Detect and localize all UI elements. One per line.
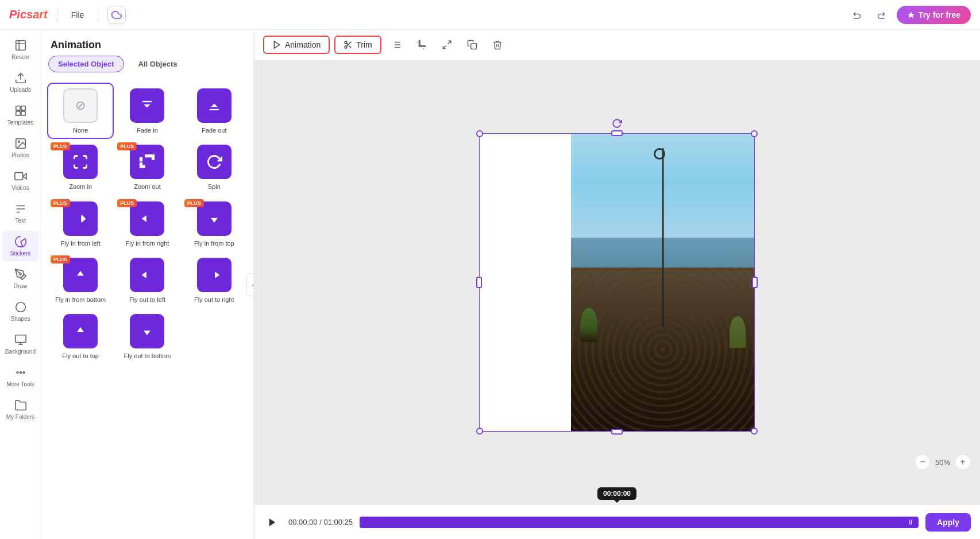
anim-zoom-in-label: Zoom in <box>69 183 92 191</box>
anim-fly-out-left[interactable]: Fly out to left <box>115 253 179 307</box>
apply-button[interactable]: Apply <box>925 513 971 532</box>
sidebar-label-photos: Photos <box>11 152 29 158</box>
anim-fly-in-right[interactable]: PLUS Fly in from right <box>115 197 179 251</box>
anim-fly-out-left-label: Fly out to left <box>129 296 165 304</box>
sidebar-label-resize: Resize <box>11 54 29 60</box>
animation-toolbar-label: Animation <box>285 40 321 49</box>
sidebar-label-videos: Videos <box>11 185 29 191</box>
sidebar-item-shapes[interactable]: Shapes <box>2 296 39 327</box>
anim-fly-out-top-label: Fly out to top <box>62 352 99 360</box>
sidebar-label-text: Text <box>15 218 25 224</box>
trim-toolbar-label: Trim <box>356 40 372 49</box>
tab-selected-object[interactable]: Selected Object <box>48 56 124 72</box>
try-free-button[interactable]: Try for free <box>897 6 971 24</box>
time-tooltip: 00:00:00 <box>597 487 636 500</box>
zoom-level: 50% <box>935 458 950 467</box>
anim-fade-in-label: Fade in <box>137 126 158 134</box>
anim-fly-out-bottom-icon <box>130 314 164 348</box>
panel-collapse-button[interactable]: ‹ <box>246 273 254 296</box>
timeline-track[interactable]: ⏸ <box>360 517 919 528</box>
sidebar-item-text[interactable]: Text <box>2 198 39 228</box>
hook <box>654 148 665 160</box>
zoom-controls: − 50% + <box>915 454 971 470</box>
svg-line-29 <box>347 43 349 45</box>
sidebar-item-background[interactable]: Background <box>2 329 39 359</box>
anim-fly-in-left-label: Fly in from left <box>61 239 101 247</box>
sidebar-label-my-folders: My Folders <box>6 414 34 420</box>
rotate-handle[interactable] <box>611 118 623 129</box>
anim-fly-out-right-label: Fly out to right <box>194 296 234 304</box>
svg-point-15 <box>20 372 21 374</box>
svg-point-8 <box>18 141 20 142</box>
sidebar-item-my-folders[interactable]: My Folders <box>2 394 39 425</box>
svg-point-26 <box>345 46 347 48</box>
sidebar-item-draw[interactable]: Draw <box>2 263 39 294</box>
svg-point-11 <box>19 273 21 275</box>
sidebar-label-templates: Templates <box>7 119 34 126</box>
sidebar-item-more-tools[interactable]: More Tools <box>2 362 39 392</box>
anim-none[interactable]: ⊘ None <box>48 84 113 138</box>
anim-fly-out-top-icon <box>63 314 98 348</box>
anim-fly-out-left-icon <box>130 258 164 292</box>
svg-rect-10 <box>14 173 22 180</box>
sidebar-item-stickers[interactable]: Stickers <box>2 231 39 261</box>
anim-fly-in-top[interactable]: PLUS Fly in from top <box>182 197 246 251</box>
anim-zoom-in[interactable]: PLUS Zoom in <box>48 140 113 194</box>
person-right <box>730 316 746 348</box>
current-time-display: 00:00:00 / 01:00:25 <box>288 518 353 526</box>
anim-fly-out-right[interactable]: Fly out to right <box>182 253 246 307</box>
file-menu[interactable]: File <box>67 8 89 22</box>
anim-fly-in-bottom[interactable]: PLUS Fly in from bottom <box>48 253 113 307</box>
anim-spin-icon <box>197 145 232 179</box>
cloud-save-icon[interactable] <box>107 6 126 24</box>
topbar: Picsart File Try for free <box>0 0 980 30</box>
anim-none-label: None <box>73 126 88 134</box>
sidebar-label-more-tools: More Tools <box>6 381 34 387</box>
sidebar-item-templates[interactable]: Templates <box>2 100 39 130</box>
sidebar-item-uploads[interactable]: Uploads <box>2 67 39 98</box>
anim-fly-out-bottom[interactable]: Fly out to bottom <box>115 309 179 363</box>
align-toolbar-button[interactable] <box>386 34 407 55</box>
svg-marker-24 <box>144 331 151 335</box>
zoom-out-button[interactable]: − <box>915 454 931 470</box>
zoom-in-button[interactable]: + <box>955 454 971 470</box>
crop-toolbar-button[interactable] <box>411 34 432 55</box>
svg-line-36 <box>447 41 450 44</box>
sidebar-label-background: Background <box>5 348 36 355</box>
svg-rect-1 <box>16 41 25 51</box>
panel-tabs: Selected Object All Objects <box>41 56 253 79</box>
animation-toolbar-button[interactable]: Animation <box>263 36 330 54</box>
anim-zoom-out[interactable]: PLUS Zoom out <box>115 140 179 194</box>
anim-fade-in[interactable]: Fade in <box>115 84 179 138</box>
topbar-divider <box>57 8 57 22</box>
anim-fly-in-left[interactable]: PLUS Fly in from left <box>48 197 113 251</box>
undo-button[interactable] <box>848 6 867 24</box>
logo-text: Picsart <box>9 8 48 21</box>
play-button[interactable] <box>263 513 281 532</box>
anim-spin-label: Spin <box>208 183 221 191</box>
canvas-viewport[interactable]: − 50% + <box>254 60 980 505</box>
tab-all-objects[interactable]: All Objects <box>129 56 187 72</box>
svg-rect-38 <box>470 44 476 49</box>
svg-point-25 <box>345 41 347 44</box>
trim-toolbar-button[interactable]: Trim <box>334 36 381 54</box>
anim-fly-in-bottom-label: Fly in from bottom <box>55 296 106 304</box>
flip-toolbar-button[interactable] <box>437 34 457 55</box>
svg-rect-5 <box>16 111 20 115</box>
anim-spin[interactable]: Spin <box>182 140 246 194</box>
anim-fly-in-right-label: Fly in from right <box>126 239 169 247</box>
delete-toolbar-button[interactable] <box>487 34 508 55</box>
sidebar-item-resize[interactable]: Resize <box>2 34 39 65</box>
svg-marker-0 <box>908 11 915 18</box>
sidebar-item-photos[interactable]: Photos <box>2 133 39 163</box>
copy-toolbar-button[interactable] <box>462 34 483 55</box>
main-layout: Resize Uploads Templates <box>0 30 980 539</box>
svg-point-14 <box>17 372 18 374</box>
logo[interactable]: Picsart <box>9 8 48 21</box>
redo-button[interactable] <box>871 6 890 24</box>
current-time-value: 00:00:00 <box>288 518 318 526</box>
anim-fly-out-top[interactable]: Fly out to top <box>48 309 113 363</box>
anim-fade-out[interactable]: Fade out <box>182 84 246 138</box>
svg-marker-39 <box>269 518 276 526</box>
sidebar-item-videos[interactable]: Videos <box>2 165 39 196</box>
